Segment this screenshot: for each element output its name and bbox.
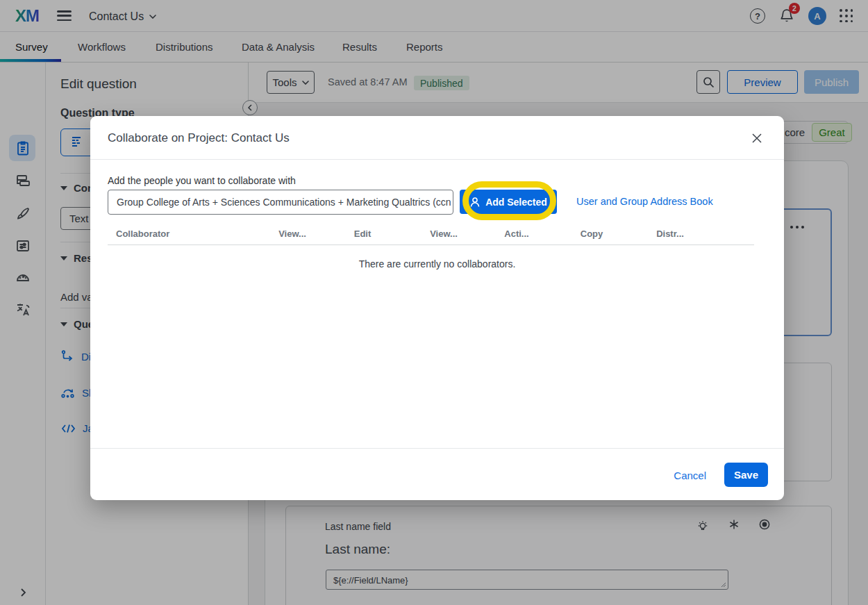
column-header-edit: Edit <box>354 229 372 239</box>
modal-title: Collaborate on Project: Contact Us <box>108 131 290 145</box>
column-header-view-2: View... <box>430 229 458 239</box>
collaborator-search-input[interactable]: Group College of Arts + Sciences Communi… <box>108 190 453 215</box>
modal-footer-divider <box>90 448 784 449</box>
add-selected-button[interactable]: Add Selected <box>460 190 557 214</box>
column-header-distribute: Distr... <box>656 229 684 239</box>
cancel-button[interactable]: Cancel <box>674 470 706 481</box>
column-header-collaborator: Collaborator <box>116 229 169 239</box>
qualtrics-survey-editor: XM Contact Us ? 2 A Survey Workflows Dis… <box>0 0 868 605</box>
column-header-copy: Copy <box>581 229 603 239</box>
collaborate-input-label: Add the people you want to collaborate w… <box>108 175 296 186</box>
table-header-divider <box>108 245 754 245</box>
column-header-activate: Acti... <box>504 229 528 239</box>
column-header-view-1: View... <box>278 229 306 239</box>
collaborate-modal: Collaborate on Project: Contact Us Add t… <box>90 116 784 500</box>
close-icon[interactable] <box>746 127 768 149</box>
empty-collaborators-message: There are currently no collaborators. <box>90 258 784 270</box>
person-icon <box>469 197 481 208</box>
address-book-link[interactable]: User and Group Address Book <box>576 196 713 207</box>
save-button[interactable]: Save <box>724 463 768 487</box>
modal-header: Collaborate on Project: Contact Us <box>90 116 784 160</box>
